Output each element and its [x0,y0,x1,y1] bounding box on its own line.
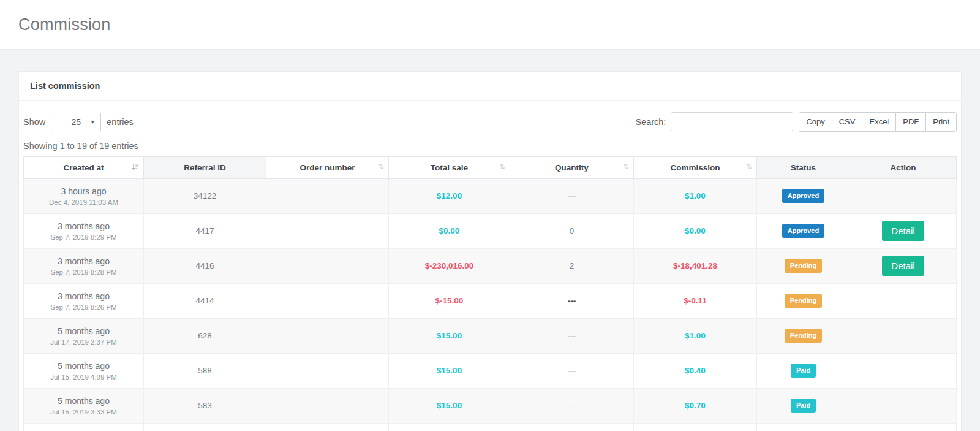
column-label: Order number [300,163,355,172]
action-cell [850,388,957,423]
pdf-button[interactable]: PDF [895,112,926,132]
created-at-relative: 5 months ago [26,396,141,406]
table-header-row: Created at Referral ID [24,156,957,178]
panel-body: Show 25 ▼ entries Search: Copy CSV Excel… [19,101,961,431]
order-number-cell [266,388,389,423]
table-row: 5 months ago Jul 15, 2019 4:09 PM 588 $1… [24,353,957,388]
column-header-quantity[interactable]: Quantity ⇅ [510,156,634,178]
total-sale-cell: $-15.00 [389,283,510,318]
action-cell [850,353,957,388]
action-cell: Detail [850,213,957,248]
table-row: 3 hours ago Dec 4, 2019 11:03 AM 34122 $… [24,178,957,213]
created-at-absolute: Sep 7, 2019 8:26 PM [26,303,141,311]
panel-title: List commission [19,72,961,101]
table-row: 3 months ago Sep 7, 2019 8:26 PM 4414 $-… [24,283,957,318]
sort-desc-icon [131,163,139,173]
detail-button[interactable]: Detail [882,221,924,241]
quantity-cell: 0 [510,213,634,248]
column-header-order-number[interactable]: Order number ⇅ [266,156,389,178]
page-title: Commission [18,15,111,34]
page-length-control: Show 25 ▼ entries [23,113,134,131]
column-header-total-sale[interactable]: Total sale ⇅ [389,156,510,178]
created-at-absolute: Jul 17, 2019 2:37 PM [26,338,141,346]
page-length-select[interactable]: 25 ▼ [51,113,101,131]
order-number-cell [266,318,389,353]
table-row: 3 months ago Sep 7, 2019 8:28 PM 4416 $-… [24,248,957,283]
status-badge: Approved [782,224,824,237]
total-sale-cell: $-230,016.00 [389,248,510,283]
quantity-cell: --- [510,283,634,318]
status-badge: Pending [785,294,822,307]
referral-id-cell: 583 [144,388,266,423]
top-bar: Commission [0,0,980,50]
total-sale-cell: $12.00 [389,178,510,213]
commission-cell: $1.00 [634,178,757,213]
column-header-action: Action [850,156,957,178]
column-label: Action [891,163,916,172]
action-cell [850,178,957,213]
column-label: Commission [670,163,720,172]
referral-id-cell: 34122 [144,178,266,213]
csv-button[interactable]: CSV [832,112,863,132]
order-number-cell [266,178,389,213]
status-badge: Pending [785,259,822,272]
search-label: Search: [635,117,666,127]
commission-cell: $0.70 [634,388,757,423]
created-at-absolute: Sep 7, 2019 8:28 PM [26,269,141,276]
quantity-cell: --- [510,353,634,388]
column-header-created-at[interactable]: Created at [24,156,144,178]
created-at-absolute: Sep 7, 2019 8:29 PM [26,234,141,241]
export-button-group: Copy CSV Excel PDF Print [799,112,957,132]
quantity-cell: --- [510,318,634,353]
entries-label: entries [107,117,134,127]
commission-cell: $0.00 [634,213,757,248]
created-at-absolute: Dec 4, 2019 11:03 AM [26,199,141,206]
column-label: Quantity [555,163,589,172]
referral-id-cell: 588 [144,353,266,388]
total-sale-cell: $0.00 [389,213,510,248]
created-at-absolute: Jul 15, 2019 3:33 PM [26,408,141,416]
created-at-relative: 5 months ago [26,326,141,336]
created-at-relative: 3 hours ago [26,186,141,196]
quantity-cell: --- [510,178,634,213]
commission-table: Created at Referral ID [23,156,957,431]
table-row [24,423,957,431]
referral-id-cell: 628 [144,318,266,353]
detail-button[interactable]: Detail [882,256,924,276]
quantity-cell: --- [510,388,634,423]
column-header-commission[interactable]: Commission ⇅ [634,156,757,178]
column-label: Referral ID [184,163,225,172]
column-label: Status [791,163,816,172]
created-at-relative: 3 months ago [26,256,141,266]
created-at-relative: 3 months ago [26,221,141,231]
created-at-absolute: Jul 15, 2019 4:09 PM [26,373,141,381]
order-number-cell [266,213,389,248]
commission-cell: $1.00 [634,318,757,353]
referral-id-cell: 4416 [144,248,266,283]
commission-cell: $-0.11 [634,283,757,318]
table-info: Showing 1 to 19 of 19 entries [23,141,957,151]
status-badge: Approved [782,189,824,202]
search-export-controls: Search: Copy CSV Excel PDF Print [635,112,957,132]
referral-id-cell: 4417 [144,213,266,248]
sort-both-icon: ⇅ [378,162,384,171]
total-sale-cell: $15.00 [389,318,510,353]
excel-button[interactable]: Excel [862,112,896,132]
show-label: Show [23,117,45,127]
copy-button[interactable]: Copy [799,112,832,132]
search-input[interactable] [671,112,793,131]
order-number-cell [266,248,389,283]
column-label: Created at [63,163,104,172]
status-badge: Pending [785,329,822,342]
created-at-relative: 5 months ago [26,361,141,371]
print-button[interactable]: Print [925,112,957,132]
action-cell [850,283,957,318]
column-header-status: Status [757,156,850,178]
referral-id-cell: 4414 [144,283,266,318]
sort-both-icon: ⇅ [623,162,629,171]
commission-cell: $0.40 [634,353,757,388]
status-badge: Paid [791,364,816,377]
sort-both-icon: ⇅ [746,162,752,171]
commission-cell: $-18,401.28 [634,248,757,283]
table-row: 5 months ago Jul 15, 2019 3:33 PM 583 $1… [24,388,957,423]
